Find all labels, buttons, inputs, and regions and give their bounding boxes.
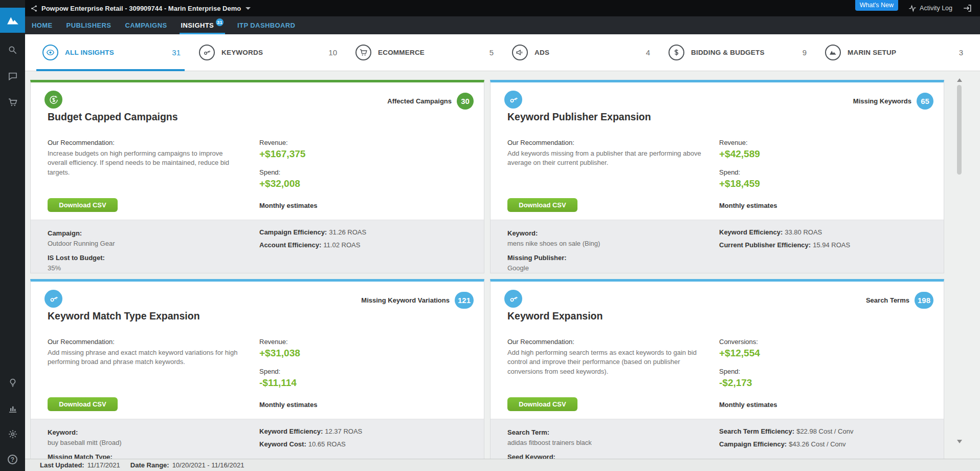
insights-content: Affected Campaigns 30 Budget Capped Camp… (25, 71, 980, 459)
insights-count-badge: 31 (216, 18, 224, 26)
insight-card-keyword-publisher-expansion: Missing Keywords 65 Keyword Publisher Ex… (490, 80, 944, 273)
card-details: Keyword:buy baseball mitt (Broad) Missin… (31, 419, 484, 459)
badge-count: 198 (915, 292, 933, 309)
dollar-icon (669, 45, 684, 60)
recommendation-text: Add high performing search terms as exac… (507, 348, 704, 376)
detail-label: Current Publisher Efficiency: (719, 241, 811, 249)
reports-icon[interactable] (7, 403, 18, 414)
detail-value: 10.65 ROAS (308, 440, 346, 448)
nav-item-insights[interactable]: INSIGHTS 31 (181, 16, 224, 34)
nav-item-home[interactable]: HOME (32, 16, 53, 34)
badge-label: Missing Keyword Variations (361, 296, 450, 304)
metric-spend: Spend: -$2,173 (719, 368, 752, 389)
scrollbar-thumb[interactable] (957, 85, 962, 175)
search-icon[interactable] (7, 45, 18, 55)
gear-icon[interactable] (7, 429, 18, 439)
date-range-value: 10/20/2021 - 11/16/2021 (172, 461, 244, 469)
card-details: Keyword:mens nike shoes on sale (Bing) M… (491, 220, 944, 273)
main-nav: HOME PUBLISHERS CAMPAIGNS INSIGHTS 31 IT… (25, 16, 980, 34)
badge-count: 65 (917, 93, 933, 110)
download-csv-button[interactable]: Download CSV (507, 198, 577, 212)
metric-label: Spend: (259, 168, 300, 176)
sidebar-bottom-icons: ? (7, 377, 18, 465)
vertical-scrollbar[interactable] (956, 78, 963, 443)
help-icon[interactable]: ? (7, 454, 18, 465)
share-nodes-icon (30, 5, 38, 12)
whats-new-badge[interactable]: What's New (855, 0, 898, 11)
metric-value: -$2,173 (719, 377, 752, 389)
detail-label: Missing Publisher: (507, 254, 567, 262)
badge-label: Missing Keywords (853, 97, 911, 105)
metric-conversions: Conversions: +$12,554 (719, 338, 760, 359)
tab-keywords[interactable]: KEYWORDS 10 (187, 34, 343, 71)
recommendation-label: Our Recommendation: (507, 139, 574, 146)
tab-label: MARIN SETUP (848, 49, 896, 56)
mountain-logo-icon (6, 14, 19, 27)
metric-label: Spend: (259, 368, 297, 375)
tab-count: 31 (172, 48, 182, 57)
tab-count: 3 (959, 48, 964, 57)
tab-all-insights[interactable]: ALL INSIGHTS 31 (30, 34, 187, 71)
detail-label: Keyword Efficiency: (719, 228, 783, 236)
detail-value: 33.80 ROAS (785, 228, 822, 236)
scroll-down-arrow-icon[interactable] (957, 440, 962, 443)
nav-item-itp-dashboard[interactable]: ITP DASHBOARD (237, 16, 295, 34)
estimates-note: Monthly estimates (259, 401, 317, 409)
download-csv-button[interactable]: Download CSV (507, 397, 577, 411)
tab-ecommerce[interactable]: ECOMMERCE 5 (343, 34, 500, 71)
mountain-icon (825, 45, 841, 60)
chevron-down-icon (246, 7, 251, 10)
sidebar-top-icons (7, 45, 18, 108)
metric-label: Spend: (719, 368, 752, 375)
tab-marin-setup[interactable]: MARIN SETUP 3 (813, 34, 969, 71)
tab-count: 9 (803, 48, 808, 57)
insight-category-tabs: ALL INSIGHTS 31 KEYWORDS 10 ECOMMERCE 5 … (25, 34, 980, 71)
activity-log-button[interactable]: Activity Log (908, 4, 952, 12)
card-details: Campaign:Outdoor Running Gear IS Lost to… (31, 220, 484, 273)
estimates-note: Monthly estimates (719, 401, 777, 409)
metric-value: +$167,375 (259, 148, 305, 160)
tab-label: KEYWORDS (221, 49, 263, 56)
account-switcher[interactable]: Powpow Enterprise Retail - 309909744 - M… (30, 5, 251, 12)
logout-icon[interactable] (963, 4, 972, 13)
detail-label: Search Term: (507, 429, 549, 436)
last-updated-label: Last Updated: (40, 461, 84, 469)
insight-cards-grid: Affected Campaigns 30 Budget Capped Camp… (30, 80, 944, 459)
tab-bidding-budgets[interactable]: BIDDING & BUDGETS 9 (656, 34, 813, 71)
detail-label: Campaign: (48, 229, 82, 237)
detail-value: 12.37 ROAS (325, 427, 362, 435)
detail-value: 31.26 ROAS (329, 228, 366, 236)
card-title: Budget Capped Campaigns (48, 111, 178, 123)
metric-value: +$42,589 (719, 148, 760, 160)
download-csv-button[interactable]: Download CSV (48, 198, 118, 212)
key-icon (504, 91, 522, 109)
marin-logo[interactable] (0, 8, 25, 33)
metric-value: +$12,554 (719, 348, 760, 359)
key-icon (44, 290, 62, 308)
nav-itp-label: ITP DASHBOARD (237, 22, 295, 29)
nav-item-campaigns[interactable]: CAMPAIGNS (125, 16, 167, 34)
topbar-right: What's New Activity Log (855, 0, 972, 16)
detail-label: Keyword Efficiency: (259, 427, 323, 435)
tab-ads[interactable]: ADS 4 (500, 34, 656, 71)
detail-label: Keyword: (507, 229, 538, 237)
nav-item-publishers[interactable]: PUBLISHERS (66, 16, 112, 34)
cart-icon[interactable] (7, 97, 18, 108)
tab-label: ECOMMERCE (378, 49, 425, 56)
cart-icon (355, 45, 371, 60)
detail-label: Search Term Efficiency: (719, 427, 794, 435)
metric-label: Spend: (719, 168, 760, 176)
tab-count: 5 (489, 48, 495, 57)
chat-icon[interactable] (7, 71, 18, 81)
scroll-up-arrow-icon[interactable] (957, 78, 962, 82)
detail-label: Campaign Efficiency: (259, 228, 327, 236)
budget-refresh-icon (44, 91, 62, 109)
last-updated-value: 11/17/2021 (87, 461, 120, 469)
metric-value: +$18,459 (719, 178, 760, 189)
recommendation-text: Increase budgets on high performing camp… (48, 149, 244, 177)
card-badge: Affected Campaigns 30 (387, 93, 474, 110)
metric-label: Revenue: (719, 139, 760, 146)
download-csv-button[interactable]: Download CSV (48, 397, 118, 411)
date-range-label: Date Range: (130, 461, 169, 469)
lightbulb-icon[interactable] (7, 377, 18, 388)
